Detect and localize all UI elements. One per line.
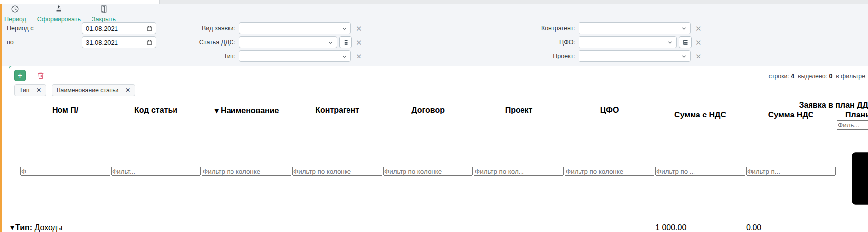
column-filter-input[interactable]: [565, 167, 654, 176]
calendar-icon[interactable]: [146, 25, 153, 32]
contractor-label: Контрагент:: [511, 25, 575, 32]
main-toolbar: Период Сформировать Закрыть: [4, 5, 116, 20]
clear-filter-icon[interactable]: ✕: [356, 39, 362, 46]
active-tab-remnant: [0, 0, 160, 4]
column-header-contractor[interactable]: Контрагент: [292, 101, 382, 119]
contractor-select[interactable]: [579, 22, 691, 34]
chip-label: Тип: [19, 87, 30, 94]
grid-toolbar: + строки: 4 выделено: 0 в фильтре: [9, 66, 868, 83]
clear-filter-icon[interactable]: ✕: [356, 53, 362, 60]
cfo-select[interactable]: [579, 36, 677, 48]
column-header[interactable]: Сумма с НДС: [655, 111, 745, 119]
selected-count: 0: [829, 73, 832, 80]
column-header-project[interactable]: Проект: [474, 101, 564, 119]
column-filter-input[interactable]: [111, 167, 201, 176]
expander-column-header: [10, 101, 14, 119]
expander-column-header: [15, 101, 19, 119]
calendar-icon[interactable]: [837, 130, 868, 220]
chevron-down-icon: [681, 25, 687, 32]
column-header-cfo[interactable]: ЦФО: [565, 101, 654, 119]
column-filter-input[interactable]: [655, 167, 745, 176]
selected-label: выделено:: [798, 73, 827, 80]
chevron-down-icon: [341, 25, 347, 32]
group-chip-article[interactable]: Наименование статьи ✕: [52, 84, 136, 96]
calendar-icon[interactable]: [146, 39, 153, 46]
group-chip-type[interactable]: Тип ✕: [14, 84, 46, 96]
request-kind-select[interactable]: [239, 22, 351, 34]
group-label: Тип: Доходы: [15, 223, 654, 232]
column-header-name[interactable]: ▾ Наименование: [202, 101, 291, 119]
tree-select-button[interactable]: [679, 36, 692, 48]
group-sum-cell: [837, 223, 868, 232]
period-button[interactable]: Период: [4, 5, 26, 20]
column-filter-input[interactable]: [20, 167, 110, 176]
top-tab-strip: [0, 0, 868, 4]
clear-filter-icon[interactable]: ✕: [356, 25, 362, 32]
column-filter-input[interactable]: [202, 167, 291, 176]
chip-close-icon[interactable]: ✕: [36, 87, 41, 94]
hierarchy-icon: [682, 39, 689, 46]
column-filter-input[interactable]: [474, 167, 564, 176]
group-header-plan: Заявка в план ДДС: [655, 101, 868, 110]
date-filter-input[interactable]: [837, 120, 868, 130]
filter-cell-empty: [15, 120, 19, 222]
table-body: ▾Тип: Доходы1 000.000.000.000.00▾Наимено…: [10, 223, 868, 232]
grid-status: строки: 4 выделено: 0 в фильтре: [769, 73, 865, 80]
clear-filter-icon[interactable]: ✕: [695, 39, 702, 46]
period-to-label: по: [7, 39, 14, 46]
request-kind-label: Вид заявки:: [178, 25, 235, 32]
door-icon: [100, 5, 108, 15]
grouping-chips: Тип ✕ Наименование статьи ✕: [9, 83, 868, 100]
period-to-input[interactable]: [82, 36, 156, 48]
clear-filter-icon[interactable]: ✕: [695, 53, 702, 60]
tree-select-button[interactable]: [339, 36, 352, 48]
column-filter-input[interactable]: [383, 167, 473, 176]
column-header[interactable]: Сумма НДС: [746, 111, 836, 119]
period-from-input[interactable]: [82, 22, 156, 34]
add-row-button[interactable]: +: [14, 70, 26, 81]
chip-close-icon[interactable]: ✕: [125, 87, 130, 94]
column-header-num[interactable]: Ном П/: [20, 101, 110, 119]
column-header[interactable]: Планируемая дата: [837, 111, 868, 119]
cfo-label: ЦФО:: [511, 39, 575, 46]
chevron-down-icon: [667, 39, 673, 46]
column-header-code[interactable]: Код статьи: [111, 101, 201, 119]
close-button[interactable]: Закрыть: [92, 5, 116, 20]
filter-label: в фильтре: [836, 73, 865, 80]
column-filter-row: [10, 120, 868, 222]
generate-button[interactable]: Сформировать: [37, 5, 81, 20]
chevron-down-icon: [341, 53, 347, 59]
group-sum-cell: 0.00: [746, 223, 836, 232]
page: Период Сформировать Закрыть Период с по …: [0, 0, 868, 232]
period-from-label: Период с: [7, 25, 34, 32]
project-select[interactable]: [579, 50, 691, 62]
group-header-row: Ном П/ Код статьи ▾ Наименование Контраг…: [10, 101, 868, 110]
generate-icon: [55, 5, 63, 15]
grid-panel: + строки: 4 выделено: 0 в фильтре Тип ✕ …: [9, 66, 868, 232]
clear-filter-icon[interactable]: ✕: [695, 25, 702, 32]
type-label: Тип:: [178, 53, 235, 59]
dds-article-label: Статья ДДС:: [178, 39, 235, 46]
dds-article-select[interactable]: [239, 36, 337, 48]
rows-label: строки:: [769, 73, 789, 80]
hierarchy-icon: [342, 39, 349, 46]
clock-icon: [11, 5, 19, 15]
delete-row-button[interactable]: [35, 70, 46, 81]
column-header-contract[interactable]: Договор: [383, 101, 473, 119]
chevron-down-icon: [327, 39, 334, 46]
type-group-row[interactable]: ▾Тип: Доходы1 000.000.000.000.00: [10, 223, 868, 232]
group-sum-cell: 1 000.00: [655, 223, 745, 232]
data-grid: Ном П/ Код статьи ▾ Наименование Контраг…: [9, 100, 868, 232]
column-filter-input[interactable]: [746, 167, 836, 176]
rows-count: 4: [791, 73, 794, 80]
sort-desc-icon[interactable]: ▾: [215, 106, 219, 115]
filter-cell-empty: [10, 120, 14, 222]
trash-icon: [37, 71, 45, 80]
collapse-expander-icon[interactable]: ▾: [10, 223, 14, 232]
filter-panel: Период с по Вид заявки: ✕ Статья ДДС: ✕ …: [0, 20, 868, 66]
chevron-down-icon: [681, 53, 687, 59]
column-filter-input[interactable]: [292, 167, 382, 176]
project-label: Проект:: [511, 53, 575, 59]
type-select[interactable]: [239, 50, 351, 62]
chip-label: Наименование статьи: [57, 87, 119, 94]
